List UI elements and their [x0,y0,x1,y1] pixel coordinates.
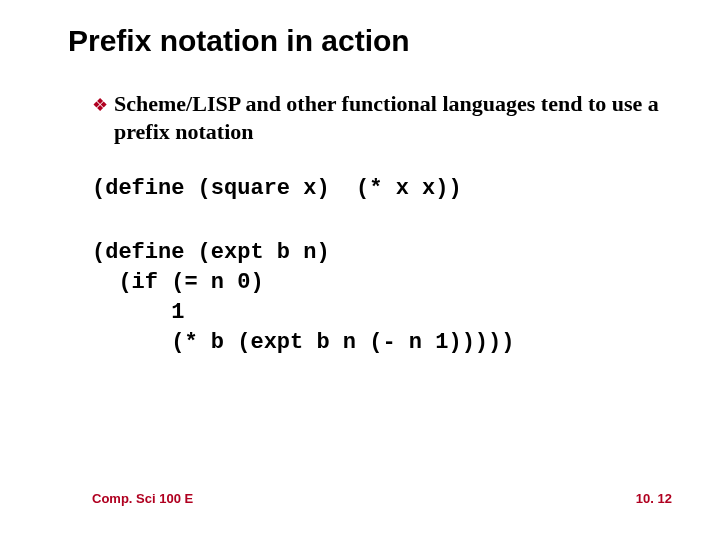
slide-title: Prefix notation in action [68,24,410,58]
bullet-item: ❖ Scheme/LISP and other functional langu… [92,90,680,146]
footer-course: Comp. Sci 100 E [92,491,193,506]
slide-body: ❖ Scheme/LISP and other functional langu… [92,90,680,358]
slide: Prefix notation in action ❖ Scheme/LISP … [0,0,720,540]
footer-page-number: 10. 12 [636,491,672,506]
code-block-expt: (define (expt b n) (if (= n 0) 1 (* b (e… [92,238,680,358]
bullet-text: Scheme/LISP and other functional languag… [114,90,680,146]
diamond-bullet-icon: ❖ [92,90,114,118]
code-block-square: (define (square x) (* x x)) [92,174,680,204]
